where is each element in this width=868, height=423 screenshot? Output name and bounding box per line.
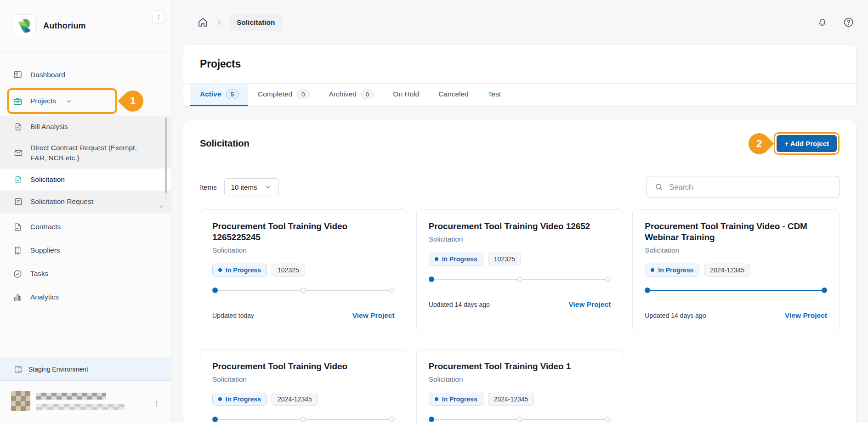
badges-row: In Progress 2024-12345 xyxy=(645,264,827,276)
sidebar-nav: Dashboard Projects 1 Bill Analysis xyxy=(0,52,171,358)
dashboard-icon xyxy=(13,70,23,79)
project-type: Solicitation xyxy=(212,375,395,384)
tab-archived[interactable]: Archived 0 xyxy=(319,84,384,106)
progress-milestone xyxy=(301,288,306,293)
avatar xyxy=(11,391,30,411)
project-type: Solicitation xyxy=(429,235,611,243)
badges-row: In Progress 2024-12345 xyxy=(429,393,611,406)
user-kebab-menu-button[interactable] xyxy=(153,398,163,409)
breadcrumb-current[interactable]: Solicitation xyxy=(229,14,283,31)
chevron-down-icon xyxy=(264,183,272,191)
section-title: Solicitation xyxy=(200,138,250,149)
document-icon xyxy=(14,175,23,184)
projects-header-panel: Projects Active 5 Completed 0 Archived 0… xyxy=(183,45,857,107)
progress-bar xyxy=(645,287,827,293)
project-type: Solicitation xyxy=(212,246,395,254)
items-per-page-group: Items 10 items xyxy=(200,178,279,196)
tab-active[interactable]: Active 5 xyxy=(190,84,248,106)
sidebar-item-label: Analytics xyxy=(30,293,59,301)
add-project-group: 2 + Add Project xyxy=(774,132,840,155)
sidebar-item-bill-analysis[interactable]: Bill Analysis xyxy=(0,116,171,138)
sidebar-item-tasks[interactable]: Tasks xyxy=(0,262,171,286)
tab-on-hold[interactable]: On Hold xyxy=(383,84,429,106)
contract-document-icon xyxy=(13,222,23,232)
project-type: Solicitation xyxy=(645,246,827,254)
progress-milestone xyxy=(822,288,827,293)
badges-row: In Progress 102325 xyxy=(429,253,611,265)
sidebar-item-label: Bill Analysis xyxy=(30,123,68,131)
user-profile[interactable] xyxy=(0,381,171,423)
tab-label: Archived xyxy=(329,90,357,98)
progress-current-dot xyxy=(645,288,650,293)
progress-milestone xyxy=(517,276,522,282)
annotation-balloon-2: 2 xyxy=(744,129,774,158)
sidebar-item-direct-contract-request[interactable]: Direct Contract Request (Exempt, F&R, NC… xyxy=(0,138,171,169)
view-project-link[interactable]: View Project xyxy=(568,300,611,309)
badges-row: In Progress 2024-12345 xyxy=(212,393,395,406)
status-dot-icon xyxy=(651,268,654,272)
submenu-expand-chevron-icon[interactable] xyxy=(158,203,165,210)
updated-text: Updated 14 days ago xyxy=(429,301,490,308)
project-title: Procurement Tool Training Video - CDM We… xyxy=(645,221,827,243)
projects-submenu: Bill Analysis Direct Contract Request (E… xyxy=(0,116,171,213)
project-card: Procurement Tool Training Video - CDM We… xyxy=(632,209,840,331)
help-icon[interactable] xyxy=(843,17,854,28)
items-label: Items xyxy=(200,183,217,191)
sidebar-item-suppliers[interactable]: Suppliers xyxy=(0,239,171,262)
sidebar-item-dashboard[interactable]: Dashboard xyxy=(0,63,171,86)
sidebar-item-projects[interactable]: Projects xyxy=(0,88,171,114)
status-dot-icon xyxy=(435,397,438,401)
items-per-page-select[interactable]: 10 items xyxy=(224,178,279,196)
notifications-bell-icon[interactable] xyxy=(817,17,828,28)
page-title: Projects xyxy=(183,45,856,83)
project-title: Procurement Tool Training Video xyxy=(212,361,395,372)
add-project-button[interactable]: + Add Project xyxy=(777,135,837,152)
server-icon xyxy=(14,365,23,374)
search-input[interactable] xyxy=(669,183,832,192)
sidebar-item-solicitation-request[interactable]: Solicitation Request xyxy=(0,191,171,213)
view-project-link[interactable]: View Project xyxy=(352,311,395,320)
sidebar-item-label: Tasks xyxy=(30,270,49,278)
status-badge: In Progress xyxy=(429,253,483,265)
sidebar-kebab-menu-button[interactable] xyxy=(153,10,165,24)
home-breadcrumb-icon[interactable] xyxy=(197,17,209,28)
staging-environment-banner[interactable]: Staging Environment xyxy=(0,358,171,381)
progress-milestone xyxy=(605,276,611,282)
project-title: Procurement Tool Training Video 12652 xyxy=(429,221,611,232)
tab-label: Test xyxy=(488,90,501,98)
status-dot-icon xyxy=(218,397,222,401)
user-info-redacted xyxy=(36,393,125,410)
project-title: Procurement Tool Training Video 1 xyxy=(429,361,611,372)
sidebar-item-label: Dashboard xyxy=(30,71,65,79)
building-icon xyxy=(13,246,23,255)
status-dot-icon xyxy=(435,257,438,261)
card-footer: Updated 14 days ago View Project xyxy=(645,304,827,320)
submenu-scrollbar-thumb[interactable] xyxy=(165,118,167,193)
project-card: Procurement Tool Training Video Solicita… xyxy=(200,350,407,423)
tab-completed[interactable]: Completed 0 xyxy=(248,84,319,106)
tab-label: On Hold xyxy=(393,90,419,98)
tab-canceled[interactable]: Canceled xyxy=(429,84,478,106)
sidebar-projects-group: Projects 1 xyxy=(0,88,171,114)
check-circle-icon xyxy=(13,269,23,279)
progress-milestone xyxy=(389,417,395,422)
progress-track xyxy=(645,290,827,291)
tab-count-badge: 0 xyxy=(361,90,374,99)
note-icon xyxy=(14,197,23,206)
chevron-down-icon xyxy=(65,97,73,105)
tabs-bar: Active 5 Completed 0 Archived 0 On Hold … xyxy=(183,83,856,107)
project-code-badge: 102325 xyxy=(272,264,305,276)
sidebar-item-solicitation[interactable]: Solicitation xyxy=(0,169,171,191)
view-project-link[interactable]: View Project xyxy=(785,311,827,320)
section-header: Solicitation 2 + Add Project xyxy=(183,120,856,166)
project-card: Procurement Tool Training Video 1 Solici… xyxy=(416,350,624,423)
sidebar-item-contracts[interactable]: Contracts xyxy=(0,215,171,239)
tab-test[interactable]: Test xyxy=(478,84,511,106)
solicitation-panel: Solicitation 2 + Add Project Items 10 it… xyxy=(183,120,857,423)
main-content: Solicitation Projects Active 5 Completed… xyxy=(171,0,868,423)
sidebar-item-label: Projects xyxy=(30,97,56,105)
status-dot-icon xyxy=(218,268,222,272)
sidebar-item-label: Contracts xyxy=(30,223,61,231)
search-icon xyxy=(654,182,664,192)
sidebar-item-analytics[interactable]: Analytics xyxy=(0,286,171,309)
